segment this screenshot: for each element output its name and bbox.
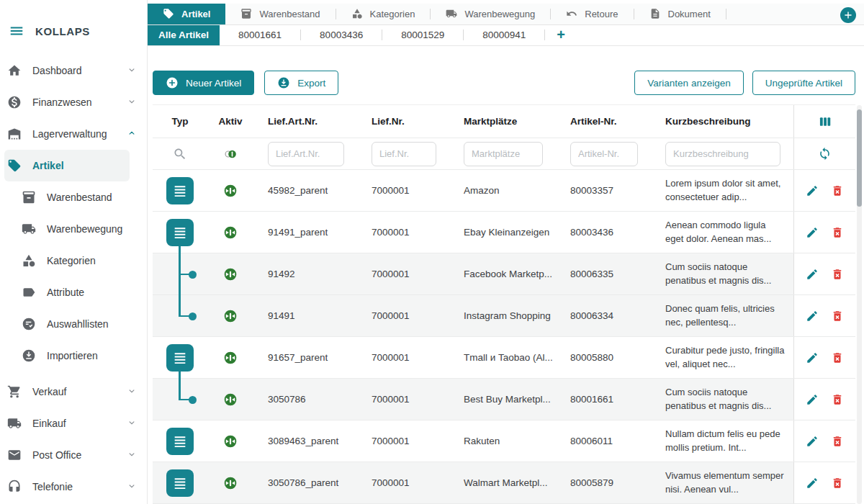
tab-label: Retoure (585, 9, 618, 19)
add-circle-icon (166, 76, 179, 89)
delete-icon[interactable] (831, 477, 844, 490)
export-button[interactable]: Export (264, 71, 338, 95)
sidebar-item-verkauf[interactable]: Verkauf (0, 376, 147, 408)
marktplaetze-filter-input[interactable] (464, 142, 543, 166)
subtab-label: 80003436 (320, 30, 363, 40)
vertical-scrollbar-track[interactable] (857, 105, 862, 504)
active-status-icon[interactable] (223, 476, 238, 490)
lief-art-nr-filter-input[interactable] (268, 142, 344, 166)
unchecked-articles-label: Ungeprüfte Artikel (765, 78, 842, 89)
tab-artikel[interactable]: Artikel (148, 4, 225, 24)
sidebar-item-artikel[interactable]: Artikel (4, 150, 130, 181)
edit-icon[interactable] (806, 435, 819, 448)
new-article-button[interactable]: Neuer Artikel (153, 71, 254, 95)
article-tabbar: Alle Artikel 80001661 80003436 80001529 … (148, 25, 864, 46)
sidebar-item-finanzwesen[interactable]: Finanzwesen (0, 86, 147, 118)
edit-icon[interactable] (806, 226, 819, 239)
delete-icon[interactable] (831, 393, 844, 406)
show-variants-button[interactable]: Varianten anzeigen (634, 71, 743, 95)
app-window: KOLLAPS Dashboard Finanzwesen Lagerverwa… (0, 0, 864, 504)
lief-nr-filter-input[interactable] (372, 142, 436, 166)
delete-icon[interactable] (831, 268, 844, 281)
active-status-icon[interactable] (223, 434, 238, 449)
table-header-row: Typ Aktiv Lief.Art.Nr. Lief.Nr. Marktplä… (153, 104, 855, 138)
subtab-article-1[interactable]: 80001661 (220, 25, 300, 45)
delete-icon[interactable] (831, 435, 844, 448)
tab-dokument[interactable]: Dokument (634, 4, 726, 24)
sidebar-item-attribute[interactable]: Attribute (0, 276, 147, 308)
marktplatz-value: Ebay Kleinanzeigen (449, 227, 556, 238)
article-type-button[interactable] (166, 428, 194, 455)
sidebar-item-warenbestand[interactable]: Warenbestand (0, 181, 147, 213)
tab-kategorien[interactable]: Kategorien (336, 4, 431, 24)
col-header-artikel-nr: Artikel-Nr. (556, 116, 651, 127)
article-type-button[interactable] (166, 219, 194, 246)
active-status-icon[interactable] (223, 309, 238, 323)
delete-icon[interactable] (831, 310, 844, 323)
subtab-article-4[interactable]: 80000941 (464, 25, 544, 45)
subtab-article-3[interactable]: 80001529 (382, 25, 463, 45)
sidebar-item-label: Verkauf (32, 386, 116, 397)
search-icon[interactable] (173, 147, 187, 161)
headset-icon (7, 480, 22, 494)
tab-warenbestand[interactable]: Warenbestand (225, 4, 335, 24)
subtab-article-2[interactable]: 80003436 (301, 25, 382, 45)
article-type-button[interactable] (166, 344, 194, 372)
tag-icon (163, 8, 174, 19)
vertical-scrollbar-thumb[interactable] (857, 109, 862, 207)
sidebar-item-dashboard[interactable]: Dashboard (0, 55, 147, 86)
artikel-nr-value: 80006335 (556, 269, 651, 279)
col-header-typ: Typ (153, 116, 207, 127)
sidebar-item-auswahllisten[interactable]: Auswahllisten (0, 308, 147, 340)
sidebar-item-importieren[interactable]: Importieren (0, 340, 147, 372)
active-status-icon[interactable] (223, 225, 238, 240)
chevron-down-icon (127, 386, 137, 398)
active-status-icon[interactable] (223, 392, 238, 407)
active-status-icon[interactable] (223, 351, 238, 365)
edit-icon[interactable] (806, 477, 819, 490)
article-type-button[interactable] (166, 177, 194, 204)
tab-label: Warenbestand (259, 9, 320, 19)
edit-icon[interactable] (806, 184, 819, 197)
edit-icon[interactable] (806, 310, 819, 323)
export-label: Export (297, 78, 325, 89)
active-status-icon[interactable] (223, 267, 238, 282)
delete-icon[interactable] (831, 226, 844, 239)
hamburger-menu-icon[interactable] (9, 23, 24, 39)
col-header-lief-art-nr: Lief.Art.Nr. (253, 116, 357, 127)
active-status-icon[interactable] (223, 184, 238, 198)
sidebar-item-lagerverwaltung[interactable]: Lagerverwaltung (0, 118, 147, 150)
delete-icon[interactable] (831, 184, 844, 197)
subtab-alle-artikel[interactable]: Alle Artikel (148, 25, 220, 45)
plus-icon (843, 10, 853, 20)
lief-nr-value: 7000001 (357, 185, 449, 196)
edit-icon[interactable] (806, 351, 819, 364)
refresh-icon[interactable] (818, 147, 832, 161)
marktplatz-value: Instagram Shopping (449, 310, 556, 321)
sidebar-item-warenbewegung[interactable]: Warenbewegung (0, 213, 147, 245)
add-article-tab-button[interactable]: + (545, 25, 577, 45)
col-header-kurzbeschreibung: Kurzbeschreibung (651, 116, 793, 127)
sidebar-item-einkauf[interactable]: Einkauf (0, 408, 147, 439)
sidebar-item-kategorien[interactable]: Kategorien (0, 245, 147, 276)
filter-artikel-nr-cell (556, 142, 651, 166)
unchecked-articles-button[interactable]: Ungeprüfte Artikel (752, 71, 855, 95)
aktiv-filter-icon[interactable] (223, 147, 238, 161)
artikel-nr-filter-input[interactable] (570, 142, 638, 166)
chevron-down-icon (127, 481, 137, 493)
edit-icon[interactable] (806, 268, 819, 281)
tab-retoure[interactable]: Retoure (551, 4, 633, 24)
sidebar-item-label: Einkauf (32, 418, 116, 429)
sidebar-item-telefonie[interactable]: Telefonie (0, 471, 147, 503)
view-columns-icon[interactable] (818, 114, 832, 129)
tree-connector-dot (189, 271, 197, 279)
add-module-tab-button[interactable] (840, 7, 856, 23)
edit-icon[interactable] (806, 393, 819, 406)
article-type-button[interactable] (166, 469, 194, 497)
kurzbeschreibung-value: Curabitur pede justo, fringilla vel, ali… (651, 344, 793, 372)
sidebar-item-post-office[interactable]: Post Office (0, 439, 147, 471)
filter-marktplaetze-cell (449, 142, 556, 166)
delete-icon[interactable] (831, 351, 844, 364)
kurzbeschreibung-filter-input[interactable] (665, 142, 780, 166)
tab-warenbewegung[interactable]: Warenbewegung (431, 4, 550, 24)
